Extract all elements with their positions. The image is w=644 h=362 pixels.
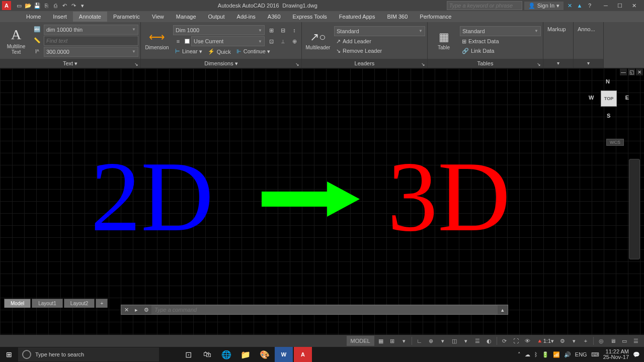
qat-open-icon[interactable]: 📂 — [24, 2, 32, 10]
qat-dropdown-icon[interactable]: ▾ — [78, 2, 87, 10]
maximize-button[interactable]: ☐ — [616, 3, 624, 9]
ortho-icon[interactable]: ∟ — [415, 336, 425, 346]
find-icon[interactable]: 📏 — [32, 36, 42, 46]
leader-style-combo[interactable]: Standard▼ — [334, 26, 425, 36]
anno-scale-icon[interactable]: ⛶ — [511, 336, 521, 346]
dim-btn2-icon[interactable]: ⊟ — [278, 25, 288, 35]
dim-btn5-icon[interactable]: ⟂ — [278, 36, 288, 46]
qat-saveas-icon[interactable]: ⎘ — [42, 2, 50, 10]
snap-toggle-icon[interactable]: ⊞ — [387, 336, 397, 346]
status-dd1-icon[interactable]: ▾ — [399, 336, 409, 346]
lineweight-icon[interactable]: ☰ — [472, 336, 482, 346]
tray-battery-icon[interactable]: 🔋 — [542, 351, 549, 358]
menu-a360[interactable]: A360 — [262, 12, 287, 22]
text-height-combo[interactable]: 300.0000▼ — [44, 47, 138, 57]
tray-lang[interactable]: ENG — [575, 351, 587, 357]
table-button[interactable]: ▦ Table — [430, 24, 458, 57]
cmd-options-icon[interactable]: ⚙ — [141, 305, 151, 314]
menu-view[interactable]: View — [146, 12, 170, 22]
add-layout-button[interactable]: + — [96, 299, 108, 308]
scale-button[interactable]: 🔺 1:1 ▾ — [534, 336, 556, 346]
tray-up-icon[interactable]: ˄ — [518, 351, 521, 358]
command-input[interactable] — [151, 307, 498, 313]
autodesk-icon[interactable]: ▲ — [576, 2, 584, 10]
navigation-bar[interactable] — [629, 159, 640, 259]
dim-panel-title[interactable]: Dimensions ▾↘ — [141, 59, 301, 68]
tables-panel-title[interactable]: Tables↘ — [428, 59, 543, 68]
status-dd3-icon[interactable]: ▾ — [461, 336, 471, 346]
menu-manage[interactable]: Manage — [170, 12, 202, 22]
text-panel-title[interactable]: Text ▾↘ — [0, 59, 140, 68]
transparency-icon[interactable]: ◐ — [484, 336, 494, 346]
osnap-icon[interactable]: ◫ — [449, 336, 459, 346]
keyword-search-input[interactable] — [447, 1, 522, 10]
help-icon[interactable]: ? — [586, 2, 594, 10]
table-style-combo[interactable]: Standard▼ — [460, 26, 541, 36]
markup-panel[interactable]: Markup — [545, 24, 568, 57]
find-text-input[interactable] — [46, 38, 136, 44]
layout-tab-layout2[interactable]: Layout2 — [64, 299, 95, 308]
close-button[interactable]: ✕ — [630, 3, 638, 9]
menu-performance[interactable]: Performance — [414, 12, 457, 22]
tray-keyboard-icon[interactable]: ⌨ — [591, 351, 599, 358]
menu-annotate[interactable]: Annotate — [73, 12, 107, 22]
app-logo[interactable]: A — [2, 1, 11, 10]
multiline-text-button[interactable]: A Multiline Text — [2, 24, 30, 57]
exchange-icon[interactable]: ✕ — [566, 2, 574, 10]
taskview-icon[interactable]: ⊡ — [179, 347, 197, 362]
menu-home[interactable]: Home — [20, 12, 47, 22]
cycling-icon[interactable]: ⟳ — [500, 336, 510, 346]
qat-save-icon[interactable]: 💾 — [33, 2, 41, 10]
multileader-button[interactable]: ↗○ Multileader — [304, 24, 332, 57]
continue-button[interactable]: ⊩Continue ▾ — [234, 47, 272, 56]
menu-featured-apps[interactable]: Featured Apps — [333, 12, 381, 22]
clean-screen-icon[interactable]: ▭ — [619, 336, 629, 346]
autocad-taskbar-icon[interactable]: A — [294, 347, 312, 362]
layout-tab-model[interactable]: Model — [4, 299, 31, 308]
isolate-icon[interactable]: ◎ — [596, 336, 606, 346]
dim-btn4-icon[interactable]: ⊡ — [266, 36, 276, 46]
wcs-badge[interactable]: WCS — [606, 139, 624, 146]
hardware-icon[interactable]: 🖥 — [608, 336, 618, 346]
use-current-check[interactable] — [185, 39, 190, 44]
linear-button[interactable]: ⊢Linear ▾ — [173, 47, 204, 56]
viewcube[interactable]: N S E W TOP — [589, 78, 629, 119]
menu-bim-360[interactable]: BIM 360 — [381, 12, 414, 22]
tray-bluetooth-icon[interactable]: ᛒ — [534, 351, 538, 357]
command-line[interactable]: ✕ ▸ ⚙ ▴ — [121, 305, 508, 315]
qat-print-icon[interactable]: ⎙ — [51, 2, 59, 10]
start-button[interactable]: ⊞ — [0, 347, 18, 362]
add-leader-button[interactable]: ↗Add Leader — [334, 37, 425, 46]
status-dd4-icon[interactable]: ▾ — [569, 336, 579, 346]
store-icon[interactable]: 🛍 — [198, 347, 216, 362]
anno-vis-icon[interactable]: 👁 — [523, 336, 533, 346]
use-current-combo[interactable]: Use Current▼ — [191, 36, 265, 46]
leaders-panel-title[interactable]: Leaders↘ — [302, 59, 427, 68]
menu-express-tools[interactable]: Express Tools — [287, 12, 333, 22]
cmd-close-icon[interactable]: ✕ — [121, 305, 131, 314]
app-icon[interactable]: 🎨 — [256, 347, 274, 362]
qat-redo-icon[interactable]: ↷ — [69, 2, 77, 10]
drawing-canvas[interactable]: — ◱ ✕ 2D 3D N S E W TOP WCS ✕ ModelLayou… — [0, 68, 644, 335]
layer-icon[interactable]: ≡ — [173, 36, 183, 46]
word-icon[interactable]: W — [275, 347, 293, 362]
status-dd2-icon[interactable]: ▾ — [438, 336, 448, 346]
qat-new-icon[interactable]: ▭ — [15, 2, 23, 10]
anno-expand[interactable]: ▾ — [574, 59, 603, 68]
tray-wifi-icon[interactable]: 📶 — [553, 351, 560, 358]
menu-insert[interactable]: Insert — [47, 12, 73, 22]
customize-icon[interactable]: ☰ — [631, 336, 641, 346]
remove-leader-button[interactable]: ↘Remove Leader — [334, 47, 425, 55]
quick-button[interactable]: ⚡Quick — [206, 47, 233, 56]
text-style-combo[interactable]: dim 10000 thin▼ — [44, 25, 138, 35]
markup-expand[interactable]: ▾ — [543, 59, 573, 68]
tray-notifications-icon[interactable]: 💬 — [633, 351, 640, 358]
cmd-expand-icon[interactable]: ▴ — [498, 305, 508, 314]
dim-btn1-icon[interactable]: ⊞ — [266, 25, 276, 35]
vp-minimize-icon[interactable]: — — [620, 68, 627, 75]
layout-tab-layout1[interactable]: Layout1 — [32, 299, 63, 308]
dim-style-combo[interactable]: Dim 1000▼ — [173, 25, 265, 35]
text-style-icon[interactable]: 🔤 — [32, 25, 42, 35]
dimension-button[interactable]: ⟷ Dimension — [143, 24, 171, 57]
anno-panel[interactable]: Anno... — [576, 24, 597, 57]
